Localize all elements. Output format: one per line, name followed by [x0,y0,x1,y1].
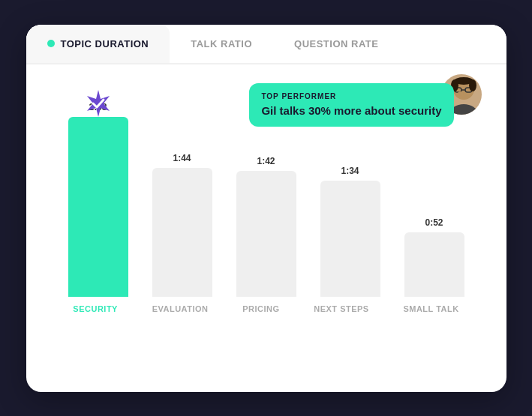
bar-security [68,117,128,297]
x-label-small-talk: SMALL TALK [403,304,458,313]
top-performer-tooltip: TOP PERFORMER Gil talks 30% more about s… [249,83,453,127]
x-label-security: SECURITY [73,304,118,313]
bar-group-small-talk: 0:52 [404,217,464,297]
bar-small-talk [404,232,464,297]
tab-question-rate-label: QUESTION RATE [294,38,378,49]
bar-group-security: 2:08 [68,102,128,297]
x-label-evaluation: EVALUATION [152,304,209,313]
tab-topic-duration[interactable]: TOPIC DURATION [26,25,170,63]
tab-talk-ratio[interactable]: TALK RATIO [170,25,273,63]
tab-topic-duration-label: TOPIC DURATION [61,38,149,49]
bar-group-evaluation: 1:44 [152,153,212,297]
tooltip-text: Gil talks 30% more about security [261,103,441,118]
bar-group-pricing: 1:42 [236,156,296,297]
bar-evaluation [152,168,212,297]
x-label-next-steps: NEXT STEPS [314,304,368,313]
main-card: TOPIC DURATION TALK RATIO QUESTION RATE … [26,25,506,392]
bar-value-evaluation: 1:44 [173,153,191,163]
tooltip-badge: TOP PERFORMER [261,92,441,100]
bar-value-small-talk: 0:52 [425,217,443,228]
bar-group-next-steps: 1:34 [320,166,380,297]
svg-marker-10 [87,90,110,117]
x-label-pricing: PRICING [242,304,279,313]
bar-next-steps [320,181,380,297]
x-axis-labels: SECURITY EVALUATION PRICING NEXT STEPS S… [56,297,476,313]
tab-talk-ratio-label: TALK RATIO [191,38,252,49]
bar-value-pricing: 1:42 [257,156,275,166]
tabs-container: TOPIC DURATION TALK RATIO QUESTION RATE [26,25,506,64]
bar-value-next-steps: 1:34 [341,166,359,176]
star-badge [83,88,113,121]
tab-question-rate[interactable]: QUESTION RATE [273,25,399,63]
chart-area: TOP PERFORMER Gil talks 30% more about s… [26,64,506,357]
bar-pricing [236,171,296,297]
tab-active-dot [47,40,55,47]
